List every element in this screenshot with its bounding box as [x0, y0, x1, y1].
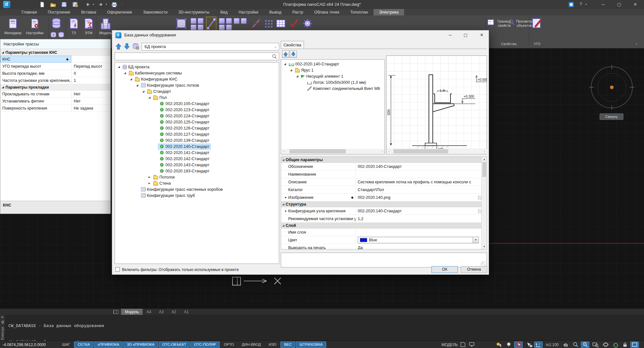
pan-hand-icon[interactable] — [562, 342, 570, 348]
property-row[interactable]: Прокладывать по стенам Нет — [0, 91, 110, 98]
dropdown-icon[interactable]: ▼ — [473, 237, 478, 243]
tree-node[interactable]: Лоток: 100x50x3000 (1,0 мм) — [281, 79, 384, 85]
nav-down-button[interactable] — [123, 43, 131, 50]
expander-icon[interactable]: ◢ — [281, 224, 286, 227]
scroll-left-icon[interactable]: ‹ — [387, 150, 392, 153]
tree-node[interactable]: 002-2020.124-Стандарт — [115, 113, 279, 119]
tool-icon[interactable] — [226, 24, 232, 30]
expander-icon[interactable] — [147, 176, 152, 179]
toggle-lineweight[interactable]: ВЕС — [280, 342, 295, 348]
model-button[interactable]: Модель — [98, 31, 113, 35]
property-row-color[interactable]: Цвет Blue ▼ — [281, 236, 487, 244]
nav-up-button[interactable] — [115, 43, 122, 50]
tree-node[interactable]: 002-2020.142-Стандарт — [115, 156, 279, 162]
group-row[interactable]: ◢Общие параметры — [281, 157, 487, 163]
tree-node[interactable]: 002-2020.123-Стандарт — [115, 107, 279, 113]
expander-icon[interactable] — [289, 69, 294, 72]
database-import-icon[interactable] — [50, 32, 57, 38]
group-row[interactable]: ◢Структура — [281, 201, 487, 207]
group-row[interactable]: ◢ Параметры установки КНС — [0, 49, 110, 56]
tree-node[interactable]: 002-2020.140-Стандарт — [281, 61, 384, 67]
manager-icon[interactable] — [7, 18, 19, 29]
tree-node[interactable]: Потолок — [115, 174, 279, 180]
help-dropdown-icon[interactable]: ▾ — [585, 3, 587, 6]
expander-icon[interactable]: ◢ — [281, 203, 286, 206]
database-icon[interactable] — [51, 17, 62, 30]
property-row[interactable]: Устанавливать фитинг Нет — [0, 98, 110, 105]
tree-node[interactable]: 002-2020.183-Стандарт — [115, 168, 279, 174]
tree-node[interactable]: Несущий элемент 1 — [281, 73, 384, 79]
property-row[interactable]: Поверхность крепления Не задана — [0, 105, 110, 112]
zoom-window-icon[interactable] — [591, 342, 600, 348]
close-button[interactable]: ✕ — [630, 0, 641, 9]
zoom-icon[interactable] — [571, 342, 580, 348]
expander-icon[interactable] — [282, 63, 288, 65]
property-row[interactable]: ▶Конфигурация узла крепления 002-2020.14… — [281, 207, 487, 215]
toggle-osnap[interactable]: оПРИВЯЗКА — [94, 342, 123, 348]
cursor-menu-icon[interactable] — [525, 342, 533, 348]
redo-dropdown-icon[interactable]: ▾ — [106, 3, 107, 6]
dialog-titlebar[interactable]: База данных оборудования ─ ▢ ✕ — [112, 30, 489, 40]
dialog-minimize-button[interactable]: ─ — [445, 32, 455, 39]
database-settings-icon[interactable] — [132, 43, 140, 50]
tab-rastr[interactable]: Растр — [287, 9, 309, 15]
dots-network-icon[interactable] — [251, 18, 261, 29]
vertical-scrollbar[interactable]: ▲ ▼ — [481, 157, 487, 249]
tab-zavisimosti[interactable]: Зависимости — [137, 9, 173, 15]
tree-node[interactable]: Пол — [115, 94, 279, 101]
property-row[interactable]: Обозначение 002-2020.140-Стандарт — [281, 163, 487, 170]
scrollbar-thumb[interactable] — [289, 149, 346, 153]
tree-node[interactable]: 002-2020.125-Стандарт — [115, 119, 279, 125]
model-space-indicator[interactable]: МОДЕЛЬ — [441, 343, 458, 347]
horizontal-scrollbar[interactable]: ‹ › — [281, 149, 385, 154]
dialog-close-button[interactable]: ✕ — [477, 32, 487, 39]
manager-button[interactable]: Менеджер — [1, 31, 24, 35]
settings-button[interactable]: Настройки — [25, 31, 44, 35]
filter-checkbox[interactable] — [115, 267, 120, 272]
expander-icon[interactable] — [116, 65, 121, 68]
move-up-button[interactable] — [282, 51, 289, 58]
new-file-icon[interactable] — [39, 1, 46, 8]
tree-node[interactable]: Конфигурации трасс настенных коробов — [115, 186, 279, 192]
tab-postroenie[interactable]: Построение — [43, 9, 76, 15]
border-props-icon[interactable] — [487, 19, 494, 26]
tool-icon[interactable] — [219, 24, 225, 30]
horizontal-scrollbar[interactable]: ‹ › — [387, 149, 487, 154]
tool-icon[interactable] — [219, 18, 225, 24]
tree-node[interactable]: 002-2020.141-Стандарт — [115, 150, 279, 156]
property-row[interactable]: Частота установки узлов крепления,... 1 — [0, 77, 110, 84]
tab-vyvod[interactable]: Вывод — [264, 9, 287, 15]
redo-icon[interactable] — [97, 1, 104, 8]
dialog-maximize-button[interactable]: ▢ — [460, 32, 471, 39]
expander-icon[interactable] — [135, 84, 140, 87]
toggle-hatch[interactable]: ШТРИХОВКА — [296, 342, 326, 348]
tree-node[interactable]: 002-2020.100-Стандарт — [115, 101, 279, 107]
expander-icon[interactable] — [122, 72, 128, 74]
help-button[interactable]: ? — [580, 2, 582, 6]
toggle-3d-osnap[interactable]: 3D оПРИВЯЗКА — [123, 342, 158, 348]
no-edit-icon[interactable] — [514, 342, 523, 348]
property-row-image[interactable]: ▶Изображение◆ 002-2020.140.png… — [281, 194, 487, 201]
database-select-combo[interactable]: БД проекта ⌄ — [142, 43, 279, 51]
property-row[interactable]: УГО перепада высот Перепад высот — [0, 63, 110, 70]
tree-node-selected[interactable]: 002-2020.140-Стандарт — [115, 143, 279, 150]
tool-icon[interactable] — [241, 18, 247, 24]
pin-icon[interactable] — [1, 321, 5, 324]
expander-icon[interactable] — [147, 182, 152, 185]
minimize-button[interactable]: ─ — [598, 0, 609, 9]
toggle-grid[interactable]: СЕТКА — [74, 342, 93, 348]
quick-access-more-icon[interactable]: ⹀ — [122, 3, 123, 6]
scrollbar-thumb[interactable] — [393, 149, 448, 153]
tab-oformlenie[interactable]: Оформление — [102, 9, 138, 15]
undo-dropdown-icon[interactable]: ▾ — [93, 3, 94, 6]
tab-nastroyki[interactable]: Настройки — [233, 9, 264, 15]
scrollbar-thumb[interactable] — [482, 162, 486, 177]
expander-icon[interactable]: ◢ — [0, 51, 5, 54]
scroll-down-icon[interactable]: ▼ — [482, 244, 487, 249]
property-row[interactable]: Описание Система крепления лотка на проф… — [281, 178, 487, 186]
app-store-icon[interactable] — [568, 2, 574, 7]
group-row[interactable]: ◢ Параметры прокладки — [0, 84, 110, 91]
monitor-icon[interactable] — [468, 342, 476, 348]
scroll-left-icon[interactable]: ‹ — [281, 150, 286, 153]
tab-3d-instrumenty[interactable]: 3D-инструменты — [173, 9, 215, 15]
